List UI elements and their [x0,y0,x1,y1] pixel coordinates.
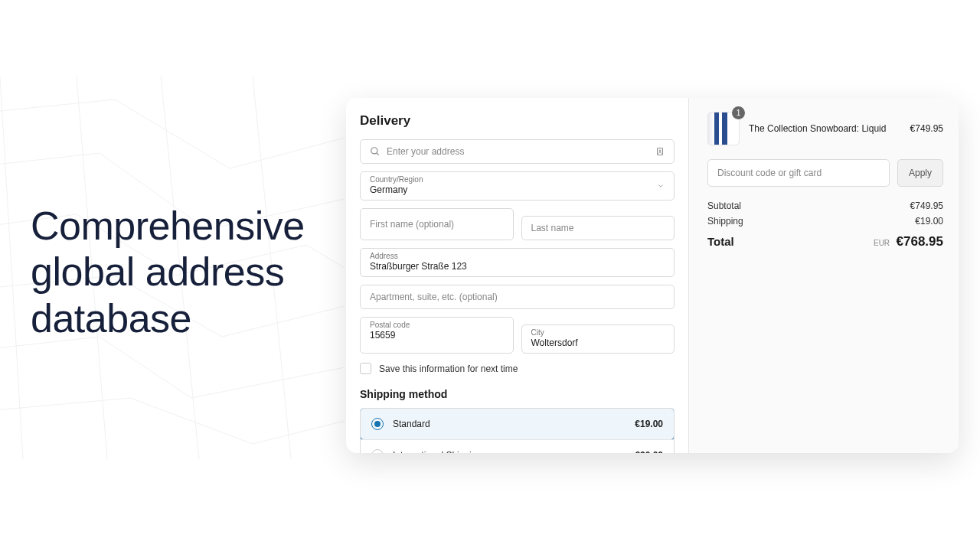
chevron-down-icon [657,182,665,190]
country-label: Country/Region [370,175,665,184]
city-input[interactable]: City Woltersdorf [521,324,675,354]
cart-item: 1 The Collection Snowboard: Liquid €749.… [707,112,943,145]
shipping-method-title: Shipping method [360,388,675,400]
total-row: Total EUR €768.95 [707,234,943,249]
save-info-checkbox-row[interactable]: Save this information for next time [360,363,675,374]
country-value: Germany [370,184,665,195]
country-select[interactable]: Country/Region Germany [360,171,675,201]
shipping-value: €19.00 [915,216,943,227]
total-value: €768.95 [897,234,943,249]
save-info-checkbox[interactable] [360,363,371,374]
shipping-options: Standard €19.00 International Shipping €… [360,408,675,453]
ship-price-standard: €19.00 [635,419,663,429]
delivery-form: Delivery Enter your address Country/Regi… [346,98,689,453]
product-name: The Collection Snowboard: Liquid [749,123,901,134]
postal-code-input[interactable]: Postal code 15659 [360,317,514,354]
last-name-input[interactable]: Last name [521,216,675,240]
search-icon [370,146,381,157]
subtotal-label: Subtotal [707,201,741,211]
svg-point-0 [371,148,377,154]
product-price: €749.95 [910,123,943,134]
order-summary: 1 The Collection Snowboard: Liquid €749.… [689,98,959,453]
svg-line-1 [377,153,379,155]
address-label: Address [370,252,665,260]
ship-price-international: €30.00 [635,450,663,453]
apartment-input[interactable]: Apartment, suite, etc. (optional) [360,285,675,309]
radio-standard[interactable] [371,418,384,430]
postal-value: 15659 [370,330,504,341]
ship-label-standard: Standard [393,419,635,429]
svg-point-3 [659,150,661,152]
last-name-placeholder: Last name [531,223,574,233]
subtotal-value: €749.95 [910,201,943,211]
save-info-label: Save this information for next time [379,364,518,374]
shipping-row: Shipping €19.00 [707,216,943,227]
product-thumbnail: 1 [707,112,740,145]
summary-lines: Subtotal €749.95 Shipping €19.00 Total E… [707,201,943,249]
first-name-input[interactable]: First name (optional) [360,208,514,240]
delivery-title: Delivery [360,113,675,129]
address-input[interactable]: Address Straßburger Straße 123 [360,248,675,277]
radio-international[interactable] [371,449,384,453]
apply-button[interactable]: Apply [897,159,943,187]
postal-label: Postal code [370,321,504,329]
city-label: City [531,328,665,337]
city-value: Woltersdorf [531,337,665,348]
shipping-option-standard[interactable]: Standard €19.00 [360,408,675,440]
address-value: Straßburger Straße 123 [370,261,665,272]
address-book-icon[interactable] [655,146,665,157]
discount-input[interactable]: Discount code or gift card [707,159,890,187]
first-name-placeholder: First name (optional) [370,219,454,230]
shipping-label: Shipping [707,216,743,227]
address-search-placeholder: Enter your address [387,146,464,157]
checkout-card: Delivery Enter your address Country/Regi… [346,98,959,453]
apartment-placeholder: Apartment, suite, etc. (optional) [370,292,498,302]
address-search-input[interactable]: Enter your address [360,139,675,164]
ship-label-international: International Shipping [393,450,635,453]
discount-placeholder: Discount code or gift card [717,168,822,178]
qty-badge: 1 [732,106,745,119]
shipping-option-international[interactable]: International Shipping €30.00 [361,439,674,453]
marketing-headline: Comprehensive global address database [31,203,337,341]
total-label: Total [707,235,734,248]
subtotal-row: Subtotal €749.95 [707,201,943,211]
currency-code: EUR [874,239,890,247]
